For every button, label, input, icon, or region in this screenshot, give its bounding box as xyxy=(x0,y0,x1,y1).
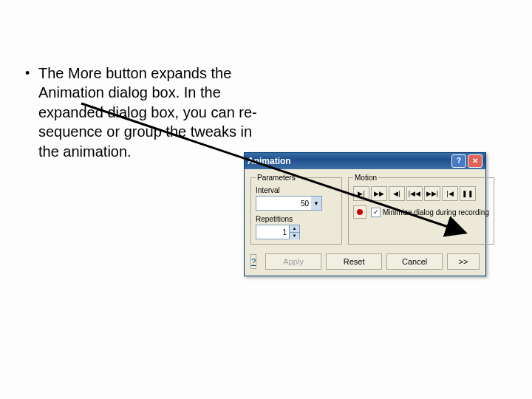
titlebar-close-button[interactable]: ✕ xyxy=(468,154,482,168)
pause-icon[interactable]: ❚❚ xyxy=(460,186,476,201)
minimize-checkbox-row[interactable]: ✓ Minimize dialog during recording xyxy=(371,208,489,217)
interval-label: Interval xyxy=(256,186,337,194)
interval-value: 50 xyxy=(256,200,311,208)
motion-group: Motion ▶| ▶▶ ◀| |◀◀ ▶▶| |◀ ❚❚ ✓ Minimize… xyxy=(348,174,494,245)
slide: • The More button expands the Animation … xyxy=(0,0,532,399)
help-button[interactable]: ? xyxy=(250,254,256,269)
go-end-icon[interactable]: ▶▶| xyxy=(424,186,440,201)
go-start-icon[interactable]: |◀◀ xyxy=(406,186,423,201)
cancel-button[interactable]: Cancel xyxy=(386,253,443,270)
spinner-down-icon[interactable]: ▼ xyxy=(289,232,299,239)
repetitions-label: Repetitions xyxy=(256,215,337,223)
play-forward-icon[interactable]: ▶| xyxy=(353,186,369,201)
record-icon[interactable] xyxy=(353,205,366,219)
button-bar: ? Apply Reset Cancel >> xyxy=(245,250,485,276)
parameters-legend: Parameters xyxy=(256,174,297,182)
playback-toolbar: ▶| ▶▶ ◀| |◀◀ ▶▶| |◀ ❚❚ xyxy=(353,186,489,201)
reset-button[interactable]: Reset xyxy=(326,253,382,270)
spinner-up-icon[interactable]: ▲ xyxy=(289,225,299,232)
parameters-group: Parameters Interval 50 ▼ Repetitions 1 ▲… xyxy=(250,174,342,245)
skip-next-icon[interactable]: ▶▶ xyxy=(371,186,387,201)
minimize-checkbox-label: Minimize dialog during recording xyxy=(383,208,489,216)
animation-dialog: Animation ? ✕ Parameters Interval 50 ▼ R… xyxy=(244,152,486,276)
repetitions-value: 1 xyxy=(256,228,289,236)
titlebar[interactable]: Animation ? ✕ xyxy=(245,153,485,169)
titlebar-help-button[interactable]: ? xyxy=(451,154,466,168)
bullet-content: The More button expands the Animation di… xyxy=(38,65,257,160)
apply-button[interactable]: Apply xyxy=(265,253,321,270)
dialog-title: Animation xyxy=(248,156,450,166)
bullet-dot: • xyxy=(25,65,30,83)
step-back-icon[interactable]: ◀| xyxy=(389,186,405,201)
more-button[interactable]: >> xyxy=(447,253,480,270)
checkbox-icon[interactable]: ✓ xyxy=(371,208,381,217)
interval-field[interactable]: 50 ▼ xyxy=(256,196,322,211)
play-reverse-icon[interactable]: |◀ xyxy=(442,186,458,201)
chevron-down-icon[interactable]: ▼ xyxy=(311,197,321,210)
dialog-body: Parameters Interval 50 ▼ Repetitions 1 ▲… xyxy=(245,169,485,250)
bullet-text: • The More button expands the Animation … xyxy=(38,64,260,161)
motion-legend: Motion xyxy=(353,174,378,182)
repetitions-field[interactable]: 1 ▲ ▼ xyxy=(256,225,300,239)
